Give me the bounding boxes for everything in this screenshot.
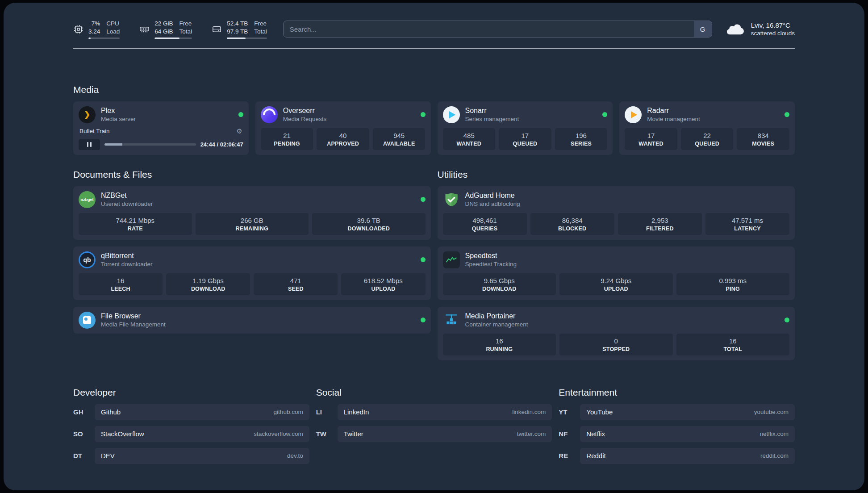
filebrowser-card[interactable]: File Browser Media File Management — [73, 307, 431, 334]
section-documents: Documents & Files nzbget NZBGet Usenet d… — [73, 169, 431, 334]
stat-tile: 86,384 BLOCKED — [530, 213, 614, 235]
stat-value: 17 — [626, 132, 676, 139]
bookmark-url: stackoverflow.com — [254, 430, 303, 437]
stat-value: 945 — [375, 132, 424, 139]
bookmark-url: netflix.com — [760, 430, 789, 437]
stat-tile: 47.571 ms LATENCY — [705, 213, 789, 235]
section-title-utilities: Utilities — [438, 169, 795, 180]
pause-button[interactable] — [79, 139, 100, 150]
stat-value: 40 — [318, 132, 367, 139]
weather-condition: scattered clouds — [751, 30, 795, 37]
section-title-developer: Developer — [73, 387, 309, 398]
bookmark-dev[interactable]: DT DEV dev.to — [73, 448, 309, 464]
search-provider-button[interactable]: G — [694, 21, 712, 37]
stat-label: STOPPED — [561, 346, 671, 352]
cpu-progress-bar — [88, 38, 120, 39]
service-subtitle: Container management — [465, 321, 528, 328]
search-bar: G — [283, 21, 712, 38]
overseerr-card[interactable]: Overseerr Media Requests 21 PENDING 40 A… — [255, 101, 431, 155]
bookmark-linkedin[interactable]: LI LinkedIn linkedin.com — [316, 404, 552, 420]
adguard-card[interactable]: AdGuard Home DNS and adblocking 498,461 … — [438, 186, 795, 240]
bookmark-stackoverflow[interactable]: SO StackOverflow stackoverflow.com — [73, 426, 309, 442]
stat-tile: 9.24 Gbps UPLOAD — [559, 273, 673, 295]
bookmark-reddit[interactable]: RE Reddit reddit.com — [559, 448, 795, 464]
service-subtitle: Movie management — [647, 116, 700, 122]
stat-tile: 17 QUEUED — [499, 128, 551, 150]
bookmark-url: github.com — [274, 409, 303, 415]
dashboard: 7% CPU 3.24 Load 22 GiB Free — [4, 3, 864, 490]
bookmark-abbr: RE — [559, 452, 580, 460]
stat-value: 1.19 Gbps — [168, 277, 248, 284]
stat-tile: 266 GB REMAINING — [196, 213, 309, 235]
disk-total-label: Total — [254, 28, 267, 36]
cpu-label: CPU — [106, 20, 120, 28]
status-dot — [421, 112, 426, 117]
stat-label: SERIES — [557, 141, 606, 147]
qbittorrent-icon-text: qb — [83, 256, 91, 263]
memory-icon — [139, 24, 150, 34]
bookmark-url: twitter.com — [517, 430, 546, 437]
stat-label: UPLOAD — [561, 286, 671, 292]
service-name: qBittorrent — [101, 252, 153, 260]
stat-label: DOWNLOAD — [168, 286, 248, 292]
bookmark-netflix[interactable]: NF Netflix netflix.com — [559, 426, 795, 442]
stat-value: 21 — [263, 132, 312, 139]
bookmark-url: linkedin.com — [512, 409, 546, 415]
status-dot — [421, 197, 426, 202]
stat-tile: 16 LEECH — [79, 273, 163, 295]
stat-value: 266 GB — [197, 217, 307, 224]
stat-value: 485 — [445, 132, 494, 139]
stat-value: 39.6 TB — [314, 217, 424, 224]
speedtest-card[interactable]: Speedtest Speedtest Tracking 9.65 Gbps D… — [438, 246, 795, 300]
stat-value: 498,461 — [445, 217, 525, 224]
stat-value: 0 — [561, 337, 671, 345]
stat-label: QUERIES — [445, 226, 525, 232]
disk-free-label: Free — [254, 20, 267, 28]
section-social: Social LI LinkedIn linkedin.com TW Twitt… — [316, 387, 552, 448]
playback-progress-bar[interactable] — [104, 143, 196, 146]
qbittorrent-card[interactable]: qb qBittorrent Torrent downloader 16 LEE… — [73, 246, 431, 300]
bookmark-url: youtube.com — [754, 409, 789, 415]
stat-value: 196 — [557, 132, 606, 139]
service-name: File Browser — [101, 312, 166, 320]
nzbget-icon-text: nzbget — [81, 197, 94, 202]
stat-tile: 16 RUNNING — [443, 334, 556, 355]
section-title-social: Social — [316, 387, 552, 398]
stat-value: 9.65 Gbps — [445, 277, 555, 284]
status-dot — [785, 318, 789, 322]
top-bar: 7% CPU 3.24 Load 22 GiB Free — [73, 20, 795, 39]
stat-value: 17 — [501, 132, 550, 139]
stat-label: FILTERED — [620, 226, 700, 232]
bookmark-name: StackOverflow — [101, 430, 144, 438]
section-title-entertainment: Entertainment — [559, 387, 795, 398]
nzbget-card[interactable]: nzbget NZBGet Usenet downloader 744.21 M… — [73, 186, 431, 240]
speedtest-icon — [443, 251, 460, 268]
bookmark-twitter[interactable]: TW Twitter twitter.com — [316, 426, 552, 442]
service-name: NZBGet — [101, 192, 153, 200]
plex-card[interactable]: ❯ Plex Media server Bullet Train ⚙ 24:44… — [73, 101, 249, 155]
section-entertainment: Entertainment YT YouTube youtube.com NF … — [559, 387, 795, 470]
portainer-card[interactable]: Media Portainer Container management 16 … — [438, 307, 795, 360]
bookmark-abbr: NF — [559, 430, 580, 438]
stat-value: 86,384 — [532, 217, 613, 224]
stat-label: UPLOAD — [343, 286, 423, 292]
stat-tile: 16 TOTAL — [676, 334, 790, 355]
stat-value: 834 — [739, 132, 788, 139]
sonarr-card[interactable]: Sonarr Series management 485 WANTED 17 Q… — [438, 101, 613, 155]
search-input[interactable] — [283, 21, 712, 38]
stat-tile: 40 APPROVED — [317, 128, 369, 150]
service-subtitle: Media Requests — [283, 116, 327, 122]
sonarr-icon — [443, 106, 460, 123]
stat-value: 47.571 ms — [707, 217, 788, 224]
gear-icon[interactable]: ⚙ — [236, 127, 242, 135]
radarr-card[interactable]: Radarr Movie management 17 WANTED 22 QUE… — [619, 101, 795, 155]
memory-total-label: Total — [179, 28, 192, 36]
stat-label: QUEUED — [683, 141, 732, 147]
stat-label: DOWNLOADED — [314, 226, 424, 232]
section-title-documents: Documents & Files — [73, 169, 431, 180]
stat-label: PING — [678, 286, 788, 292]
bookmark-youtube[interactable]: YT YouTube youtube.com — [559, 404, 795, 420]
bookmark-name: Reddit — [586, 452, 605, 460]
bookmark-github[interactable]: GH Github github.com — [73, 404, 309, 420]
bookmark-name: Github — [101, 408, 121, 416]
